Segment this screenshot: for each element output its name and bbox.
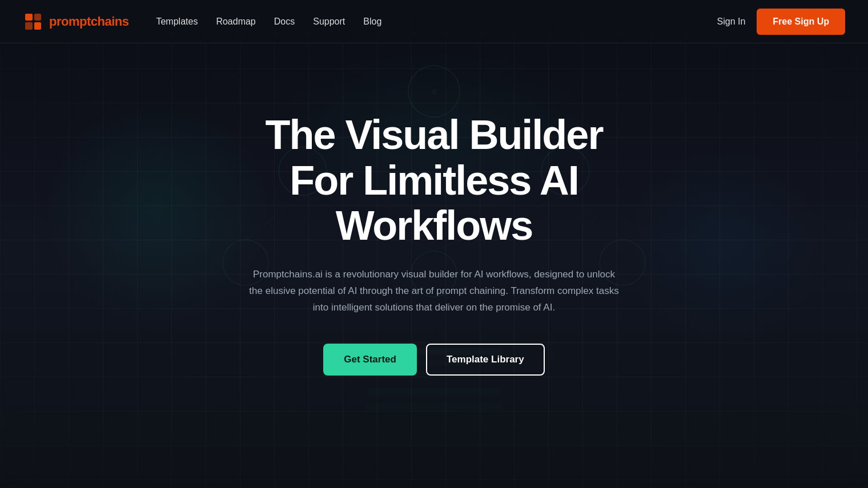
logo-icon <box>23 11 43 32</box>
nav-link-blog[interactable]: Blog <box>363 17 381 26</box>
logo-text-1: prompt <box>49 14 91 29</box>
hero-subtitle: Promptchains.ai is a revolutionary visua… <box>248 267 620 316</box>
nav-link-roadmap[interactable]: Roadmap <box>216 17 255 26</box>
hero-title: The Visual Builder For Limitless AI Work… <box>246 112 622 248</box>
hero-content: The Visual Builder For Limitless AI Work… <box>234 112 634 375</box>
logo-text-2: chains <box>91 14 129 29</box>
navbar-left: promptchains Templates Roadmap Docs Supp… <box>23 11 381 32</box>
navbar-right: Sign In Free Sign Up <box>717 9 846 35</box>
nav-links: Templates Roadmap Docs Support Blog <box>156 17 381 27</box>
nav-item-roadmap[interactable]: Roadmap <box>216 17 255 27</box>
template-library-button[interactable]: Template Library <box>426 344 545 376</box>
logo-squares-icon <box>25 14 41 30</box>
nav-link-support[interactable]: Support <box>313 17 345 26</box>
signup-button[interactable]: Free Sign Up <box>757 9 845 35</box>
nav-link-docs[interactable]: Docs <box>274 17 295 26</box>
logo-sq-4 <box>34 22 42 30</box>
nav-item-templates[interactable]: Templates <box>156 17 198 27</box>
nav-item-docs[interactable]: Docs <box>274 17 295 27</box>
logo-sq-1 <box>25 14 33 21</box>
nav-link-templates[interactable]: Templates <box>156 17 198 26</box>
svg-rect-16 <box>365 388 503 396</box>
nav-item-support[interactable]: Support <box>313 17 345 27</box>
hero-section: ⚙ <box>0 0 868 488</box>
sign-in-button[interactable]: Sign In <box>717 17 746 27</box>
logo-text: promptchains <box>49 14 128 29</box>
logo[interactable]: promptchains <box>23 11 128 32</box>
navbar: promptchains Templates Roadmap Docs Supp… <box>0 0 868 43</box>
logo-sq-2 <box>34 14 42 21</box>
svg-rect-17 <box>365 402 503 410</box>
logo-sq-3 <box>25 22 33 30</box>
get-started-button[interactable]: Get Started <box>323 344 417 376</box>
hero-glow-right <box>625 147 825 346</box>
nav-item-blog[interactable]: Blog <box>363 17 381 27</box>
hero-buttons: Get Started Template Library <box>246 344 622 376</box>
